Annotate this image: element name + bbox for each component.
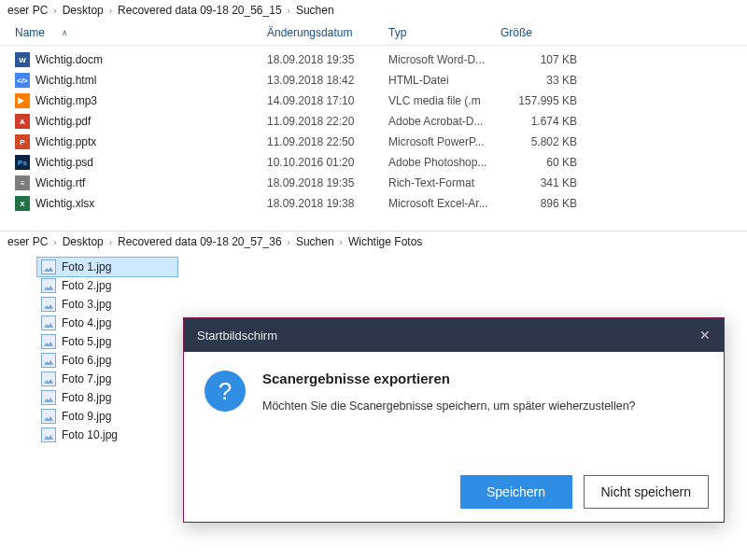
photo-item[interactable]: Foto 5.jpg — [37, 332, 177, 351]
column-size[interactable]: Größe — [500, 26, 585, 39]
file-type: Microsoft PowerP... — [388, 135, 500, 148]
dialog-title-text: Startbildschirm — [197, 329, 277, 343]
column-type-label: Typ — [388, 26, 406, 39]
breadcrumb: eser PC›Desktop›Recovered data 09-18 20_… — [0, 0, 747, 21]
breadcrumb-segment[interactable]: Wichtige Fotos — [348, 235, 422, 248]
breadcrumb-segment[interactable]: Recovered data 09-18 20_56_15 — [118, 4, 281, 17]
file-date: 11.09.2018 22:20 — [267, 115, 388, 128]
photo-item[interactable]: Foto 10.jpg — [37, 426, 177, 444]
breadcrumb-segment[interactable]: Suchen — [296, 4, 334, 17]
breadcrumb-segment[interactable]: Desktop — [63, 4, 104, 17]
file-name: Wichtig.psd — [35, 156, 93, 169]
image-file-icon — [41, 334, 56, 349]
breadcrumb-segment[interactable]: eser PC — [7, 4, 48, 17]
file-type: Adobe Photoshop... — [388, 156, 500, 169]
image-file-icon — [41, 390, 56, 405]
image-file-icon — [41, 278, 56, 293]
photo-name: Foto 9.jpg — [62, 410, 111, 423]
chevron-right-icon: › — [53, 6, 56, 16]
column-headers: Name ∧ Änderungsdatum Typ Größe — [0, 21, 747, 46]
file-row[interactable]: PWichtig.pptx11.09.2018 22:50Microsoft P… — [0, 132, 747, 152]
export-dialog: Startbildschirm ✕ ? Scanergebnisse expor… — [183, 317, 725, 523]
photo-item[interactable]: Foto 4.jpg — [37, 314, 177, 332]
photo-item[interactable]: Foto 6.jpg — [37, 351, 177, 370]
file-type: Microsoft Excel-Ar... — [388, 197, 500, 210]
file-date: 18.09.2018 19:35 — [267, 176, 388, 189]
photo-item[interactable]: Foto 7.jpg — [37, 370, 177, 388]
breadcrumb-segment[interactable]: eser PC — [7, 235, 48, 248]
file-name: Wichtig.rtf — [35, 176, 85, 189]
photo-name: Foto 8.jpg — [62, 391, 111, 404]
chevron-right-icon: › — [109, 6, 112, 16]
column-name[interactable]: Name ∧ — [15, 26, 267, 39]
file-date: 10.10.2016 01:20 — [267, 156, 388, 169]
image-file-icon — [41, 427, 56, 442]
sort-caret-icon: ∧ — [62, 28, 68, 37]
file-row[interactable]: XWichtig.xlsx18.09.2018 19:38Microsoft E… — [0, 193, 747, 214]
file-name: Wichtig.html — [35, 74, 96, 87]
breadcrumb: eser PC›Desktop›Recovered data 09-18 20_… — [0, 231, 747, 252]
column-name-label: Name — [15, 26, 45, 39]
file-type-icon: W — [15, 52, 30, 67]
file-name: Wichtig.docm — [35, 53, 103, 66]
breadcrumb-segment[interactable]: Recovered data 09-18 20_57_36 — [118, 235, 281, 248]
dont-save-button[interactable]: Nicht speichern — [584, 475, 710, 509]
file-size: 1.674 KB — [500, 115, 585, 128]
photo-item[interactable]: Foto 2.jpg — [37, 276, 177, 295]
file-row[interactable]: ≡Wichtig.rtf18.09.2018 19:35Rich-Text-Fo… — [0, 173, 747, 193]
photo-item[interactable]: Foto 9.jpg — [37, 407, 177, 426]
save-button[interactable]: Speichern — [460, 475, 572, 509]
file-type-icon: P — [15, 134, 30, 149]
photo-name: Foto 10.jpg — [62, 428, 118, 441]
file-name: Wichtig.xlsx — [35, 197, 94, 210]
question-icon: ? — [204, 371, 246, 412]
breadcrumb-segment[interactable]: Suchen — [296, 235, 334, 248]
photo-name: Foto 6.jpg — [62, 354, 111, 367]
dialog-text: Möchten Sie die Scanergebnisse speichern… — [262, 399, 636, 413]
photo-item[interactable]: Foto 1.jpg — [37, 258, 177, 276]
image-file-icon — [41, 371, 56, 386]
photo-name: Foto 4.jpg — [62, 316, 111, 329]
file-row[interactable]: AWichtig.pdf11.09.2018 22:20Adobe Acroba… — [0, 111, 747, 132]
file-size: 5.802 KB — [500, 135, 585, 148]
file-row[interactable]: WWichtig.docm18.09.2018 19:35Microsoft W… — [0, 49, 747, 70]
file-size: 60 KB — [500, 156, 585, 169]
file-date: 11.09.2018 22:50 — [267, 135, 388, 148]
chevron-right-icon: › — [340, 237, 343, 247]
image-file-icon — [41, 353, 56, 368]
file-type: Rich-Text-Format — [388, 176, 500, 189]
file-type: Microsoft Word-D... — [388, 53, 500, 66]
image-file-icon — [41, 315, 56, 330]
column-type[interactable]: Typ — [388, 26, 500, 39]
photo-name: Foto 3.jpg — [62, 298, 111, 311]
chevron-right-icon: › — [288, 237, 290, 247]
file-row[interactable]: </>Wichtig.html13.09.2018 18:42HTML-Date… — [0, 70, 747, 91]
photo-item[interactable]: Foto 3.jpg — [37, 295, 177, 314]
close-icon[interactable]: ✕ — [699, 328, 711, 343]
column-date[interactable]: Änderungsdatum — [267, 26, 388, 39]
file-name: Wichtig.pptx — [35, 135, 96, 148]
chevron-right-icon: › — [53, 237, 56, 247]
column-size-label: Größe — [500, 26, 532, 39]
file-type-icon: </> — [15, 73, 30, 88]
file-type: Adobe Acrobat-D... — [388, 115, 500, 128]
file-date: 13.09.2018 18:42 — [267, 74, 388, 87]
photo-item[interactable]: Foto 8.jpg — [37, 388, 177, 407]
chevron-right-icon: › — [109, 237, 112, 247]
file-size: 896 KB — [500, 197, 585, 210]
file-size: 341 KB — [500, 176, 585, 189]
dialog-titlebar: Startbildschirm ✕ — [184, 318, 724, 352]
file-list: WWichtig.docm18.09.2018 19:35Microsoft W… — [0, 46, 747, 231]
file-row[interactable]: PsWichtig.psd10.10.2016 01:20Adobe Photo… — [0, 152, 747, 173]
chevron-right-icon: › — [288, 6, 290, 16]
file-size: 33 KB — [500, 74, 585, 87]
photo-name: Foto 2.jpg — [62, 279, 111, 292]
file-row[interactable]: Wichtig.mp314.09.2018 17:10VLC media fil… — [0, 91, 747, 111]
image-file-icon — [41, 409, 56, 424]
photo-name: Foto 1.jpg — [62, 260, 111, 273]
file-size: 107 KB — [500, 53, 585, 66]
photo-name: Foto 5.jpg — [62, 335, 111, 348]
breadcrumb-segment[interactable]: Desktop — [63, 235, 104, 248]
image-file-icon — [41, 259, 56, 274]
file-type: HTML-Datei — [388, 74, 500, 87]
